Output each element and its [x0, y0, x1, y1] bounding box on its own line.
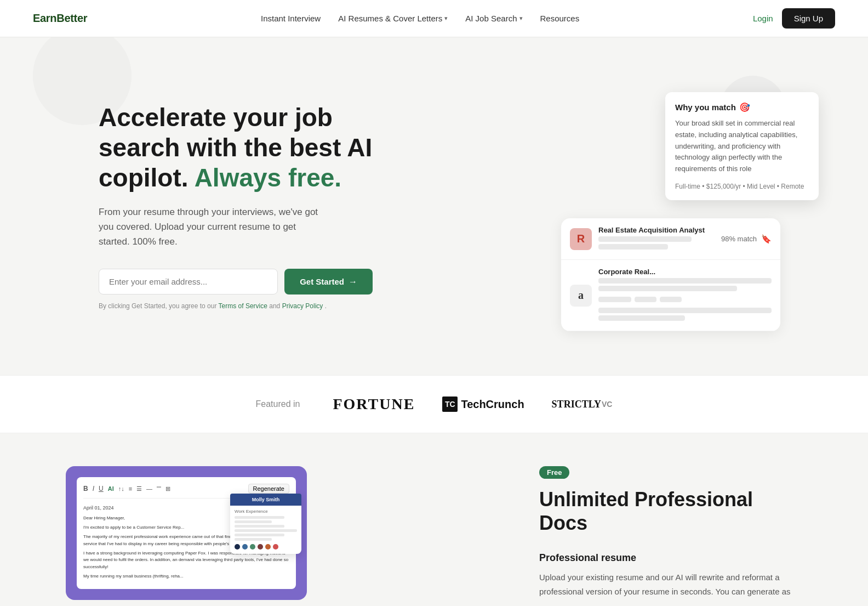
hero-title-accent: Always free. — [195, 163, 341, 192]
professional-resume-description: Upload your existing resume and our AI w… — [539, 570, 802, 598]
skeleton-bar — [598, 308, 772, 313]
free-badge: Free — [539, 466, 569, 479]
job-title-1: Real Estate Acquisition Analyst — [598, 226, 715, 234]
hero-title: Accelerate your job search with the best… — [99, 103, 373, 194]
bookmark-icon[interactable]: 🔖 — [761, 234, 772, 244]
job-listing-card: R Real Estate Acquisition Analyst 98% ma… — [561, 218, 780, 331]
toolbar-bold[interactable]: B — [83, 485, 88, 492]
professional-resume-subtitle: Professional resume — [539, 552, 802, 564]
toolbar-format[interactable]: ↑↓ — [118, 485, 124, 492]
docs-title: Unlimited Professional Docs — [539, 488, 802, 535]
toolbar-table[interactable]: ⊞ — [165, 485, 170, 492]
toolbar-underline[interactable]: U — [99, 485, 104, 492]
toolbar-ai[interactable]: AI — [108, 485, 114, 492]
hero-content-left: Accelerate your job search with the best… — [99, 103, 373, 310]
nav-resources[interactable]: Resources — [540, 14, 580, 23]
skeleton-bar — [598, 315, 685, 321]
popover-header: Why you match 🎯 — [675, 102, 809, 112]
nav-links: Instant Interview AI Resumes & Cover Let… — [261, 14, 579, 23]
featured-logos: FORTUNE TC TechCrunch STRICTLY VC — [333, 395, 612, 413]
match-percentage: 98% match 🔖 — [721, 234, 772, 244]
login-button[interactable]: Login — [753, 14, 773, 23]
letter-para4: My time running my small business (thrif… — [83, 573, 289, 580]
toolbar-divider[interactable]: — — [146, 485, 152, 492]
skeleton-bar — [598, 297, 631, 302]
skeleton-bar — [660, 297, 682, 302]
color-option[interactable] — [258, 544, 263, 550]
regenerate-button[interactable]: Regenerate — [248, 484, 290, 494]
resume-line — [235, 534, 284, 536]
popover-body: Your broad skill set in commercial real … — [675, 118, 809, 175]
resume-line — [235, 529, 297, 532]
featured-section: Featured in FORTUNE TC TechCrunch STRICT… — [0, 375, 868, 433]
navbar: EarnBetter Instant Interview AI Resumes … — [0, 0, 868, 37]
job-card-info-1: Real Estate Acquisition Analyst — [598, 226, 715, 252]
nav-ai-job-search[interactable]: AI Job Search ▾ — [465, 14, 522, 23]
email-form: Get Started → — [99, 269, 373, 294]
resume-line — [235, 520, 272, 523]
toolbar-quote[interactable]: "" — [157, 485, 161, 492]
lower-section: B I U AI ↑↓ ≡ ☰ — "" ⊞ Regenerate April … — [0, 433, 868, 606]
nav-instant-interview[interactable]: Instant Interview — [261, 14, 321, 23]
privacy-policy-link[interactable]: Privacy Policy — [282, 302, 323, 310]
resume-preview: Molly Smith Work Experience — [230, 494, 301, 554]
terms-of-service-link[interactable]: Terms of Service — [219, 302, 267, 310]
resume-line — [235, 538, 272, 541]
why-you-match-popover: Why you match 🎯 Your broad skill set in … — [665, 92, 819, 200]
color-option[interactable] — [242, 544, 248, 550]
toolbar-indent[interactable]: ☰ — [136, 485, 142, 492]
vc-text: VC — [602, 400, 612, 409]
color-option[interactable] — [235, 544, 240, 550]
popover-meta: Full-time • $125,000/yr • Mid Level • Re… — [675, 183, 809, 190]
hero-subtitle: From your resume through your interviews… — [99, 205, 329, 250]
job-card-info-2: Corporate Real... — [598, 268, 772, 323]
toolbar-list[interactable]: ≡ — [129, 485, 132, 492]
skeleton-bar — [598, 244, 668, 250]
docs-right-content: Free Unlimited Professional Docs Profess… — [539, 466, 802, 598]
toolbar-italic[interactable]: I — [93, 485, 94, 492]
chevron-down-icon: ▾ — [444, 15, 448, 22]
arrow-icon: → — [349, 277, 357, 287]
company-logo-amazon: a — [570, 285, 592, 307]
hero-illustration: Why you match 🎯 Your broad skill set in … — [561, 81, 802, 331]
skeleton-bar — [598, 278, 772, 284]
strictlyvc-logo: STRICTLY VC — [552, 399, 613, 410]
brand-logo[interactable]: EarnBetter — [33, 12, 87, 25]
job-card-row-1: R Real Estate Acquisition Analyst 98% ma… — [561, 218, 780, 260]
resume-header: Molly Smith — [230, 494, 301, 506]
techcrunch-logo: TC TechCrunch — [442, 397, 524, 412]
resume-subtitle: Work Experience — [235, 509, 297, 514]
target-icon: 🎯 — [739, 102, 750, 112]
nav-actions: Login Sign Up — [753, 8, 835, 29]
job-card-row-2: a Corporate Real... — [561, 260, 780, 331]
skeleton-bar — [598, 286, 737, 291]
get-started-button[interactable]: Get Started → — [284, 269, 373, 294]
job-title-2: Corporate Real... — [598, 268, 772, 276]
terms-text: By clicking Get Started, you agree to ou… — [99, 302, 373, 310]
color-option[interactable] — [250, 544, 255, 550]
skeleton-bar — [598, 236, 692, 242]
hero-section: Accelerate your job search with the best… — [0, 37, 868, 375]
company-logo-r: R — [570, 228, 592, 250]
color-option[interactable] — [273, 544, 278, 550]
skeleton-bar — [635, 297, 656, 302]
featured-label: Featured in — [256, 399, 300, 409]
email-input[interactable] — [99, 269, 278, 294]
color-option[interactable] — [265, 544, 271, 550]
tc-icon: TC — [442, 397, 458, 412]
signup-button[interactable]: Sign Up — [782, 8, 835, 29]
resume-line — [235, 516, 284, 519]
resume-line — [235, 525, 284, 528]
nav-ai-resumes[interactable]: AI Resumes & Cover Letters ▾ — [338, 14, 448, 23]
color-palette — [235, 544, 297, 550]
fortune-logo: FORTUNE — [333, 395, 415, 413]
chevron-down-icon: ▾ — [519, 15, 523, 22]
docs-screenshot: B I U AI ↑↓ ≡ ☰ — "" ⊞ Regenerate April … — [66, 466, 307, 600]
